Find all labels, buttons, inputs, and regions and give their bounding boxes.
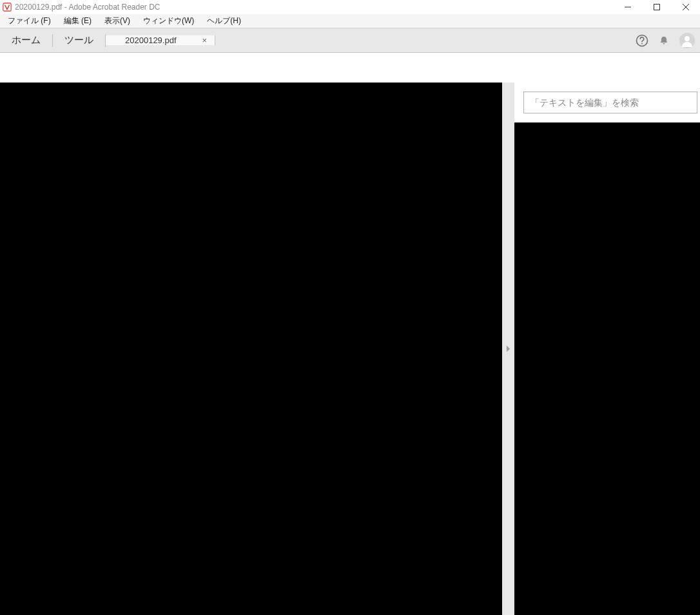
search-section [514, 83, 700, 122]
account-icon[interactable] [679, 33, 695, 48]
svg-point-6 [641, 43, 643, 44]
window-title: 20200129.pdf - Adobe Acrobat Reader DC [15, 3, 160, 12]
menu-help[interactable]: ヘルプ(H) [200, 14, 248, 28]
window-controls [613, 0, 700, 14]
toolbar-blank [0, 53, 700, 83]
menu-edit[interactable]: 編集 (E) [57, 14, 98, 28]
search-input[interactable] [523, 92, 697, 113]
close-button[interactable] [671, 0, 700, 14]
tab-home[interactable]: ホーム [0, 34, 52, 46]
expand-panel-icon[interactable] [507, 346, 510, 352]
help-icon[interactable] [636, 34, 648, 47]
tab-document[interactable]: 20200129.pdf × [106, 35, 215, 45]
menu-view[interactable]: 表示(V) [98, 14, 137, 28]
tabbar-right [636, 28, 700, 52]
minimize-button[interactable] [613, 0, 642, 14]
menu-window[interactable]: ウィンドウ(W) [137, 14, 200, 28]
tab-document-label: 20200129.pdf [125, 35, 177, 45]
menubar: ファイル (F) 編集 (E) 表示(V) ウィンドウ(W) ヘルプ(H) [0, 14, 700, 28]
document-viewport[interactable] [0, 83, 502, 615]
tab-tools[interactable]: ツール [53, 34, 105, 46]
maximize-button[interactable] [642, 0, 671, 14]
svg-point-8 [685, 36, 690, 41]
tabbar: ホーム ツール 20200129.pdf × [0, 28, 700, 53]
menu-file[interactable]: ファイル (F) [1, 14, 57, 28]
app-icon [3, 3, 12, 12]
right-panel-content [514, 122, 700, 615]
right-panel [514, 83, 700, 615]
content-area [0, 83, 700, 615]
titlebar: 20200129.pdf - Adobe Acrobat Reader DC [0, 0, 700, 14]
svg-rect-2 [654, 5, 659, 10]
tab-close-icon[interactable]: × [202, 35, 207, 45]
panel-gutter [502, 83, 514, 615]
bell-icon[interactable] [657, 34, 670, 47]
tabbar-left: ホーム ツール 20200129.pdf × [0, 28, 215, 52]
